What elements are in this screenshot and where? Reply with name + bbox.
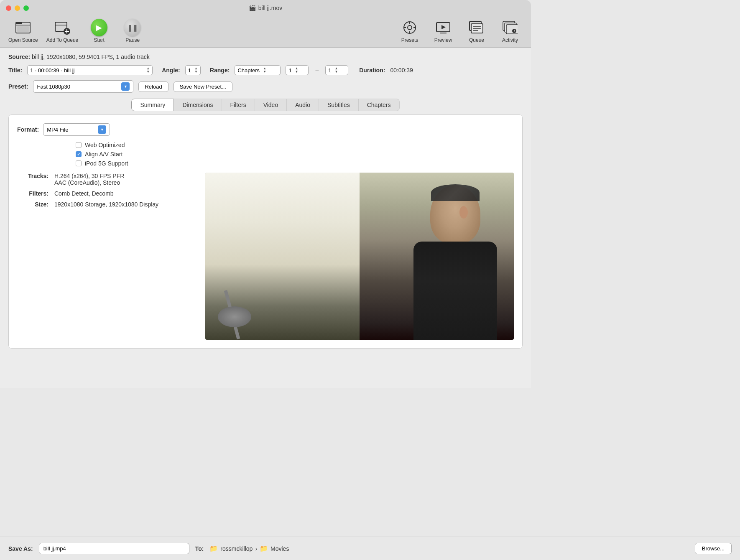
preview-icon <box>435 19 452 36</box>
range-to[interactable]: 1 ▲ ▼ <box>325 65 348 75</box>
presets-label: Presets <box>401 37 418 43</box>
range-from[interactable]: 1 ▲ ▼ <box>286 65 309 75</box>
pause-button[interactable]: ❚❚ <box>124 19 141 36</box>
filters-row: Filters: Comb Detect, Decomb <box>17 190 193 197</box>
summary-content: Tracks: H.264 (x264), 30 FPS PFR AAC (Co… <box>17 173 514 340</box>
open-source-icon <box>15 19 31 36</box>
angle-value: 1 <box>188 67 191 74</box>
close-button[interactable] <box>6 5 11 11</box>
range-from-stepper[interactable]: ▲ ▼ <box>295 67 299 74</box>
pause-label: Pause <box>125 37 140 43</box>
add-to-queue-icon <box>54 19 71 36</box>
title-stepper[interactable]: ▲ ▼ <box>146 67 150 74</box>
tab-subtitles[interactable]: Subtitles <box>319 99 359 111</box>
toolbar-open-source[interactable]: Open Source <box>8 19 38 43</box>
toolbar-pause[interactable]: ❚❚ Pause <box>120 19 145 43</box>
save-new-preset-button[interactable]: Save New Preset... <box>174 81 232 92</box>
tab-summary[interactable]: Summary <box>131 99 174 111</box>
title-select[interactable]: 1 - 00:00:39 - bill jj ▲ ▼ <box>27 65 153 75</box>
svg-marker-16 <box>441 25 446 29</box>
toolbar-preview[interactable]: Preview <box>431 19 456 43</box>
source-label: Source: <box>8 53 30 60</box>
toolbar-presets[interactable]: Presets <box>397 19 422 43</box>
range-type-select[interactable]: Chapters ▲ ▼ <box>235 65 281 75</box>
preset-select[interactable]: Fast 1080p30 ▼ <box>33 80 133 93</box>
tab-filters[interactable]: Filters <box>222 99 255 111</box>
tab-audio[interactable]: Audio <box>287 99 319 111</box>
align-av-row: Align A/V Start <box>76 151 514 158</box>
angle-select[interactable]: 1 ▲ ▼ <box>185 65 201 75</box>
range-to-value: 1 <box>328 67 331 74</box>
preset-value: Fast 1080p30 <box>37 84 120 90</box>
activity-icon <box>502 19 518 36</box>
tab-video[interactable]: Video <box>255 99 287 111</box>
preview-image <box>205 173 514 340</box>
preset-row: Preset: Fast 1080p30 ▼ Reload Save New P… <box>8 80 523 93</box>
source-value: bill jj, 1920x1080, 59.9401 FPS, 1 audio… <box>32 53 150 60</box>
range-label: Range: <box>210 67 230 74</box>
range-type-value: Chapters <box>237 67 260 74</box>
controls-row: Title: 1 - 00:00:39 - bill jj ▲ ▼ Angle:… <box>8 65 523 75</box>
angle-stepper[interactable]: ▲ ▼ <box>194 67 198 74</box>
title-icon: 🎬 <box>249 5 256 11</box>
tracks-row: Tracks: H.264 (x264), 30 FPS PFR AAC (Co… <box>17 173 193 186</box>
start-label: Start <box>94 37 105 43</box>
window-title: 🎬 bill jj.mov <box>249 5 283 11</box>
ipod-checkbox[interactable] <box>76 160 82 166</box>
angle-label: Angle: <box>162 67 180 74</box>
duration-value: 00:00:39 <box>390 67 413 74</box>
web-optimized-row: Web Optimized <box>76 142 514 148</box>
duration-label: Duration: <box>359 67 385 74</box>
tracks-value: H.264 (x264), 30 FPS PFR AAC (CoreAudio)… <box>54 173 124 186</box>
toolbar-queue[interactable]: Queue <box>464 19 489 43</box>
web-optimized-checkbox[interactable] <box>76 142 82 148</box>
tab-content-summary: Format: MP4 File ▼ Web Optimized Align A… <box>8 115 523 349</box>
preview-label: Preview <box>434 37 452 43</box>
ipod-row: iPod 5G Support <box>76 160 514 167</box>
range-stepper[interactable]: ▲ ▼ <box>263 67 266 74</box>
svg-point-10 <box>408 25 412 30</box>
svg-rect-3 <box>17 26 29 32</box>
align-av-checkbox[interactable] <box>76 151 82 157</box>
size-row: Size: 1920x1080 Storage, 1920x1080 Displ… <box>17 201 193 208</box>
presets-icon <box>401 19 418 36</box>
preset-label: Preset: <box>8 83 28 90</box>
queue-label: Queue <box>469 37 484 43</box>
preset-chevron[interactable]: ▼ <box>121 82 130 91</box>
format-chevron[interactable]: ▼ <box>98 125 106 134</box>
align-av-label: Align A/V Start <box>85 151 122 158</box>
activity-label: Activity <box>502 37 518 43</box>
svg-rect-1 <box>16 22 22 24</box>
tab-chapters[interactable]: Chapters <box>359 99 400 111</box>
format-select[interactable]: MP4 File ▼ <box>43 123 110 136</box>
tab-bar: Summary Dimensions Filters Video Audio S… <box>8 99 523 111</box>
reload-button[interactable]: Reload <box>138 81 168 92</box>
tab-dimensions[interactable]: Dimensions <box>174 99 222 111</box>
web-optimized-label: Web Optimized <box>85 142 125 148</box>
preview-area <box>205 173 514 340</box>
range-separator: – <box>315 67 319 74</box>
title-value: 1 - 00:00:39 - bill jj <box>30 67 145 74</box>
maximize-button[interactable] <box>23 5 29 11</box>
ipod-label: iPod 5G Support <box>85 160 128 167</box>
svg-point-28 <box>514 31 515 32</box>
source-row: Source: bill jj, 1920x1080, 59.9401 FPS,… <box>8 53 523 60</box>
window-controls <box>6 5 29 11</box>
add-to-queue-label: Add To Queue <box>46 37 79 43</box>
format-value: MP4 File <box>47 127 96 133</box>
pause-icon: ❚❚ <box>124 19 141 36</box>
range-from-value: 1 <box>288 67 291 74</box>
titlebar: 🎬 bill jj.mov <box>0 0 531 16</box>
size-label: Size: <box>17 201 48 208</box>
svg-rect-25 <box>506 25 518 34</box>
tracks-label: Tracks: <box>17 173 48 186</box>
filters-label: Filters: <box>17 190 48 197</box>
format-row: Format: MP4 File ▼ <box>17 123 514 136</box>
range-to-stepper[interactable]: ▲ ▼ <box>334 67 338 74</box>
toolbar-add-to-queue[interactable]: Add To Queue <box>46 19 79 43</box>
minimize-button[interactable] <box>15 5 20 11</box>
toolbar-activity[interactable]: Activity <box>498 19 523 43</box>
start-button[interactable]: ▶ <box>91 19 107 36</box>
toolbar: Open Source Add To Queue ▶ Start ❚❚ Paus… <box>0 16 531 48</box>
toolbar-start[interactable]: ▶ Start <box>87 19 112 43</box>
